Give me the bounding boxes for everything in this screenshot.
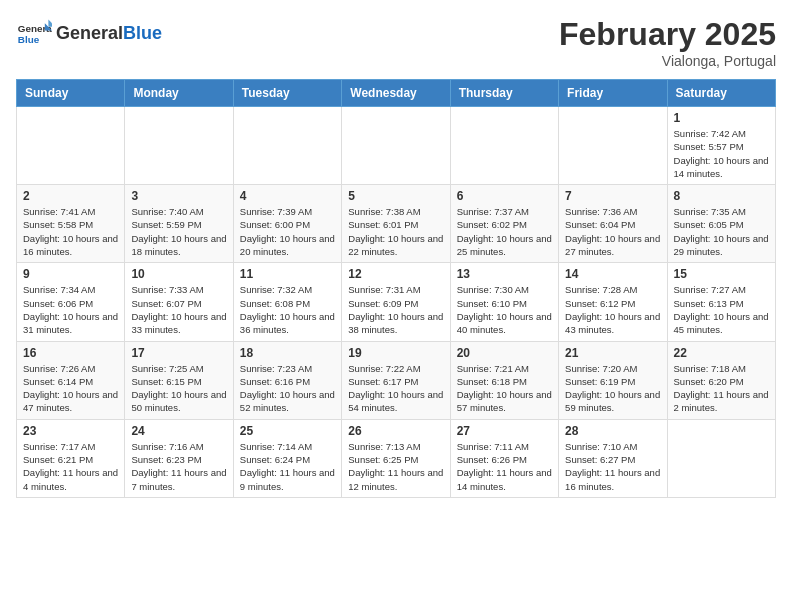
day-number: 2 bbox=[23, 189, 118, 203]
day-info: Sunrise: 7:40 AM Sunset: 5:59 PM Dayligh… bbox=[131, 205, 226, 258]
svg-text:Blue: Blue bbox=[18, 34, 40, 45]
day-number: 23 bbox=[23, 424, 118, 438]
calendar-cell: 12Sunrise: 7:31 AM Sunset: 6:09 PM Dayli… bbox=[342, 263, 450, 341]
calendar-cell: 14Sunrise: 7:28 AM Sunset: 6:12 PM Dayli… bbox=[559, 263, 667, 341]
calendar-week-4: 23Sunrise: 7:17 AM Sunset: 6:21 PM Dayli… bbox=[17, 419, 776, 497]
day-info: Sunrise: 7:34 AM Sunset: 6:06 PM Dayligh… bbox=[23, 283, 118, 336]
day-info: Sunrise: 7:26 AM Sunset: 6:14 PM Dayligh… bbox=[23, 362, 118, 415]
calendar-cell: 28Sunrise: 7:10 AM Sunset: 6:27 PM Dayli… bbox=[559, 419, 667, 497]
calendar-week-3: 16Sunrise: 7:26 AM Sunset: 6:14 PM Dayli… bbox=[17, 341, 776, 419]
day-info: Sunrise: 7:17 AM Sunset: 6:21 PM Dayligh… bbox=[23, 440, 118, 493]
day-header-wednesday: Wednesday bbox=[342, 80, 450, 107]
calendar-cell: 16Sunrise: 7:26 AM Sunset: 6:14 PM Dayli… bbox=[17, 341, 125, 419]
location-subtitle: Vialonga, Portugal bbox=[559, 53, 776, 69]
calendar-cell bbox=[125, 107, 233, 185]
day-info: Sunrise: 7:14 AM Sunset: 6:24 PM Dayligh… bbox=[240, 440, 335, 493]
day-header-sunday: Sunday bbox=[17, 80, 125, 107]
day-info: Sunrise: 7:28 AM Sunset: 6:12 PM Dayligh… bbox=[565, 283, 660, 336]
day-info: Sunrise: 7:10 AM Sunset: 6:27 PM Dayligh… bbox=[565, 440, 660, 493]
day-number: 25 bbox=[240, 424, 335, 438]
day-number: 28 bbox=[565, 424, 660, 438]
day-number: 6 bbox=[457, 189, 552, 203]
day-number: 22 bbox=[674, 346, 769, 360]
calendar-cell bbox=[559, 107, 667, 185]
month-title: February 2025 bbox=[559, 16, 776, 53]
calendar-table: SundayMondayTuesdayWednesdayThursdayFrid… bbox=[16, 79, 776, 498]
day-number: 8 bbox=[674, 189, 769, 203]
day-info: Sunrise: 7:16 AM Sunset: 6:23 PM Dayligh… bbox=[131, 440, 226, 493]
day-number: 7 bbox=[565, 189, 660, 203]
day-number: 10 bbox=[131, 267, 226, 281]
day-header-friday: Friday bbox=[559, 80, 667, 107]
calendar-cell: 2Sunrise: 7:41 AM Sunset: 5:58 PM Daylig… bbox=[17, 185, 125, 263]
day-number: 24 bbox=[131, 424, 226, 438]
calendar-cell: 13Sunrise: 7:30 AM Sunset: 6:10 PM Dayli… bbox=[450, 263, 558, 341]
day-header-monday: Monday bbox=[125, 80, 233, 107]
calendar-week-2: 9Sunrise: 7:34 AM Sunset: 6:06 PM Daylig… bbox=[17, 263, 776, 341]
logo-icon: General Blue bbox=[16, 16, 52, 52]
svg-marker-3 bbox=[48, 20, 52, 27]
day-number: 20 bbox=[457, 346, 552, 360]
day-number: 14 bbox=[565, 267, 660, 281]
logo: General Blue GeneralBlue bbox=[16, 16, 162, 52]
day-info: Sunrise: 7:36 AM Sunset: 6:04 PM Dayligh… bbox=[565, 205, 660, 258]
day-number: 4 bbox=[240, 189, 335, 203]
day-info: Sunrise: 7:41 AM Sunset: 5:58 PM Dayligh… bbox=[23, 205, 118, 258]
calendar-cell bbox=[667, 419, 775, 497]
calendar-cell: 26Sunrise: 7:13 AM Sunset: 6:25 PM Dayli… bbox=[342, 419, 450, 497]
day-number: 16 bbox=[23, 346, 118, 360]
calendar-cell: 7Sunrise: 7:36 AM Sunset: 6:04 PM Daylig… bbox=[559, 185, 667, 263]
calendar-cell bbox=[17, 107, 125, 185]
calendar-cell: 3Sunrise: 7:40 AM Sunset: 5:59 PM Daylig… bbox=[125, 185, 233, 263]
calendar-cell: 18Sunrise: 7:23 AM Sunset: 6:16 PM Dayli… bbox=[233, 341, 341, 419]
calendar-week-0: 1Sunrise: 7:42 AM Sunset: 5:57 PM Daylig… bbox=[17, 107, 776, 185]
day-number: 12 bbox=[348, 267, 443, 281]
day-info: Sunrise: 7:25 AM Sunset: 6:15 PM Dayligh… bbox=[131, 362, 226, 415]
calendar-week-1: 2Sunrise: 7:41 AM Sunset: 5:58 PM Daylig… bbox=[17, 185, 776, 263]
day-number: 21 bbox=[565, 346, 660, 360]
day-info: Sunrise: 7:32 AM Sunset: 6:08 PM Dayligh… bbox=[240, 283, 335, 336]
day-header-tuesday: Tuesday bbox=[233, 80, 341, 107]
title-area: February 2025 Vialonga, Portugal bbox=[559, 16, 776, 69]
day-header-saturday: Saturday bbox=[667, 80, 775, 107]
calendar-cell: 24Sunrise: 7:16 AM Sunset: 6:23 PM Dayli… bbox=[125, 419, 233, 497]
calendar-cell: 27Sunrise: 7:11 AM Sunset: 6:26 PM Dayli… bbox=[450, 419, 558, 497]
day-number: 5 bbox=[348, 189, 443, 203]
calendar-cell: 15Sunrise: 7:27 AM Sunset: 6:13 PM Dayli… bbox=[667, 263, 775, 341]
day-number: 9 bbox=[23, 267, 118, 281]
day-info: Sunrise: 7:18 AM Sunset: 6:20 PM Dayligh… bbox=[674, 362, 769, 415]
calendar-cell: 17Sunrise: 7:25 AM Sunset: 6:15 PM Dayli… bbox=[125, 341, 233, 419]
day-info: Sunrise: 7:31 AM Sunset: 6:09 PM Dayligh… bbox=[348, 283, 443, 336]
day-info: Sunrise: 7:35 AM Sunset: 6:05 PM Dayligh… bbox=[674, 205, 769, 258]
day-number: 19 bbox=[348, 346, 443, 360]
calendar-cell: 8Sunrise: 7:35 AM Sunset: 6:05 PM Daylig… bbox=[667, 185, 775, 263]
calendar-cell: 5Sunrise: 7:38 AM Sunset: 6:01 PM Daylig… bbox=[342, 185, 450, 263]
calendar-header-row: SundayMondayTuesdayWednesdayThursdayFrid… bbox=[17, 80, 776, 107]
day-info: Sunrise: 7:39 AM Sunset: 6:00 PM Dayligh… bbox=[240, 205, 335, 258]
calendar-cell bbox=[342, 107, 450, 185]
day-info: Sunrise: 7:21 AM Sunset: 6:18 PM Dayligh… bbox=[457, 362, 552, 415]
calendar-cell bbox=[450, 107, 558, 185]
day-info: Sunrise: 7:22 AM Sunset: 6:17 PM Dayligh… bbox=[348, 362, 443, 415]
day-info: Sunrise: 7:13 AM Sunset: 6:25 PM Dayligh… bbox=[348, 440, 443, 493]
day-number: 11 bbox=[240, 267, 335, 281]
logo-text: GeneralBlue bbox=[56, 24, 162, 44]
day-header-thursday: Thursday bbox=[450, 80, 558, 107]
calendar-cell: 20Sunrise: 7:21 AM Sunset: 6:18 PM Dayli… bbox=[450, 341, 558, 419]
calendar-cell: 6Sunrise: 7:37 AM Sunset: 6:02 PM Daylig… bbox=[450, 185, 558, 263]
day-number: 18 bbox=[240, 346, 335, 360]
calendar-cell: 23Sunrise: 7:17 AM Sunset: 6:21 PM Dayli… bbox=[17, 419, 125, 497]
page-header: General Blue GeneralBlue February 2025 V… bbox=[16, 16, 776, 69]
calendar-cell: 19Sunrise: 7:22 AM Sunset: 6:17 PM Dayli… bbox=[342, 341, 450, 419]
calendar-cell: 10Sunrise: 7:33 AM Sunset: 6:07 PM Dayli… bbox=[125, 263, 233, 341]
day-info: Sunrise: 7:42 AM Sunset: 5:57 PM Dayligh… bbox=[674, 127, 769, 180]
day-info: Sunrise: 7:11 AM Sunset: 6:26 PM Dayligh… bbox=[457, 440, 552, 493]
day-info: Sunrise: 7:20 AM Sunset: 6:19 PM Dayligh… bbox=[565, 362, 660, 415]
day-info: Sunrise: 7:38 AM Sunset: 6:01 PM Dayligh… bbox=[348, 205, 443, 258]
calendar-cell: 9Sunrise: 7:34 AM Sunset: 6:06 PM Daylig… bbox=[17, 263, 125, 341]
day-number: 15 bbox=[674, 267, 769, 281]
day-number: 27 bbox=[457, 424, 552, 438]
day-info: Sunrise: 7:37 AM Sunset: 6:02 PM Dayligh… bbox=[457, 205, 552, 258]
day-number: 26 bbox=[348, 424, 443, 438]
day-number: 3 bbox=[131, 189, 226, 203]
